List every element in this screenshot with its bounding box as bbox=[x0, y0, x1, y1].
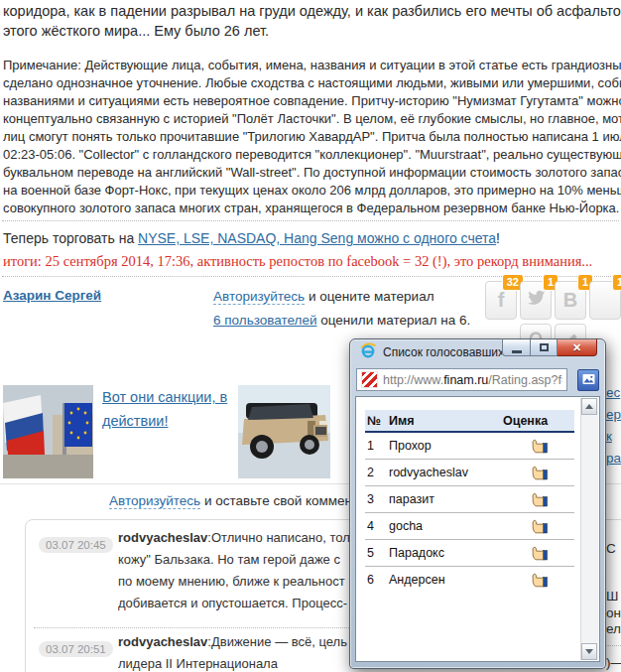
voter-name: rodvyacheslav bbox=[389, 466, 503, 479]
facebook-share-button[interactable]: f 32 bbox=[485, 281, 517, 320]
voter-name: Парадокс bbox=[389, 546, 503, 560]
finam-favicon-icon bbox=[361, 371, 378, 388]
note-line: лиц смогут понять только прочитавшие "Тр… bbox=[3, 128, 621, 146]
comment-timestamp: 03.07 20:45 bbox=[39, 537, 113, 553]
sidebar-link[interactable]: ра bbox=[606, 451, 621, 466]
comment-text: кожу" Бальзака. Но там герой даже с bbox=[118, 549, 350, 571]
scroll-up-button[interactable] bbox=[581, 398, 597, 415]
url-prefix: http://www. bbox=[383, 373, 443, 387]
trade-prefix: Теперь торговать на bbox=[3, 230, 138, 246]
sidebar-link-fragment: ер bbox=[606, 407, 621, 422]
comment-item: rodvyacheslav:Отлично написано, тол кожу… bbox=[118, 527, 350, 614]
popup-title: Список голосовавших... bbox=[383, 345, 502, 359]
thumb-up-icon bbox=[503, 546, 574, 561]
thumb-up-icon bbox=[503, 466, 574, 480]
url-path: /Rating.asp?f=list& bbox=[488, 373, 562, 387]
minimize-icon bbox=[512, 350, 522, 353]
note-line: концептуально связанную с историей "Полё… bbox=[3, 110, 621, 128]
scrollbar[interactable] bbox=[580, 398, 598, 660]
sanctions-teaser-image[interactable] bbox=[3, 385, 93, 478]
thumb-up-icon bbox=[503, 492, 574, 507]
note-line: на военной базе Форт-Нокс, при текущих ц… bbox=[3, 182, 621, 200]
sidebar-link[interactable]: к bbox=[606, 429, 612, 444]
article-paragraph: коридора, как в падении разрывал на груд… bbox=[3, 1, 621, 41]
sidebar-link-fragment: к bbox=[606, 429, 612, 444]
arrow-down-icon bbox=[585, 649, 593, 654]
close-icon: ✕ bbox=[572, 341, 581, 354]
login-rate-link[interactable]: Авторизуйтесь bbox=[213, 289, 305, 305]
row-num: 3 bbox=[365, 492, 389, 506]
thumb-up-icon bbox=[503, 573, 574, 588]
comment-text: добивается и опустошается. Процесс- bbox=[118, 593, 350, 614]
maximize-button[interactable] bbox=[530, 338, 558, 356]
scroll-down-button[interactable] bbox=[581, 643, 597, 660]
note-line: совокупного золотого запаса многих стран… bbox=[3, 200, 621, 217]
note-line: сделано однозначное уточнение. Любые схо… bbox=[3, 74, 621, 92]
popup-content: № Имя Оценка 1 Прохор 2 rodvyacheslav 3 … bbox=[355, 396, 600, 662]
login-comment-link[interactable]: Авторизуйтесь bbox=[109, 493, 200, 509]
article-text-line: этого жёсткого мира... Ему было 26 лет. bbox=[3, 21, 621, 41]
minimize-button[interactable] bbox=[502, 338, 530, 356]
header-name: Имя bbox=[389, 414, 495, 428]
voters-popup-window: Список голосовавших... ✕ http://www.fina… bbox=[349, 338, 606, 669]
comment-login-line: Авторизуйтесь и оставьте свой коммен bbox=[109, 493, 352, 508]
facebook-icon: f bbox=[498, 289, 505, 312]
article-text-line: коридора, как в падении разрывал на груд… bbox=[3, 1, 621, 21]
sidebar-text-fragment: ел bbox=[606, 621, 621, 636]
voter-name: Прохор bbox=[389, 439, 503, 453]
trade-account-link[interactable]: NYSE, LSE, NASDAQ, Hang Seng можно с одн… bbox=[138, 230, 496, 246]
sidebar-text-fragment: он bbox=[606, 605, 621, 620]
users-rated-link[interactable]: 6 пользователей bbox=[213, 313, 317, 328]
note-line: 02:23-05:06. "Collector" с голландского … bbox=[3, 146, 621, 164]
sidebar-text-fragment: С bbox=[606, 541, 616, 556]
sidebar-link-fragment: ec bbox=[606, 385, 620, 400]
table-row: 4 gocha bbox=[365, 513, 574, 540]
sanctions-teaser-link[interactable]: Вот они санкции, в действии! bbox=[102, 385, 236, 433]
rate-block: Авторизуйтесь и оцените материал 6 польз… bbox=[213, 285, 470, 333]
share-button[interactable]: 1 bbox=[589, 281, 621, 320]
popup-titlebar[interactable]: Список голосовавших... ✕ bbox=[350, 339, 605, 365]
dotted-separator bbox=[2, 276, 619, 277]
row-num: 2 bbox=[365, 466, 389, 479]
page-picture-button[interactable] bbox=[577, 369, 599, 391]
note-line: названиями и ситуациями есть невероятное… bbox=[3, 92, 621, 110]
sidebar-link[interactable]: ер bbox=[606, 407, 621, 422]
row-num: 6 bbox=[365, 573, 389, 587]
comment-login-text: и оставьте свой коммен bbox=[200, 493, 352, 508]
results-line: итоги: 25 сентября 2014, 17:36, активнос… bbox=[3, 253, 592, 270]
comment-item: rodvyacheslav:Движение — всё, цель лидер… bbox=[118, 631, 347, 672]
twitter-share-button[interactable]: 1 bbox=[520, 281, 552, 320]
article-note: Примечание: Действующие лица, события, и… bbox=[3, 57, 621, 217]
row-num: 4 bbox=[365, 519, 389, 533]
comment-author: rodvyacheslav bbox=[118, 530, 207, 545]
sidebar-text-fragment: )— bbox=[606, 655, 621, 670]
arrow-up-icon bbox=[585, 404, 593, 409]
voters-table: № Имя Оценка 1 Прохор 2 rodvyacheslav 3 … bbox=[365, 410, 574, 593]
vk-icon: B bbox=[563, 289, 577, 312]
close-button[interactable]: ✕ bbox=[558, 338, 597, 356]
url-domain: finam.ru bbox=[443, 373, 488, 387]
rate-line: Авторизуйтесь и оцените материал bbox=[213, 285, 470, 309]
row-num: 1 bbox=[365, 439, 389, 453]
users-rated-text: оценили материал на 6. bbox=[317, 313, 471, 328]
share-count-badge: 1 bbox=[612, 274, 621, 291]
sidebar-separator-fragment bbox=[605, 645, 621, 646]
row-num: 5 bbox=[365, 546, 389, 560]
thumb-up-icon bbox=[503, 519, 574, 534]
car-teaser-image[interactable] bbox=[238, 385, 330, 478]
comment-author: rodvyacheslav bbox=[118, 634, 207, 649]
address-bar[interactable]: http://www.finam.ru/Rating.asp?f=list& bbox=[356, 368, 567, 391]
voter-name: gocha bbox=[389, 519, 503, 533]
author-link[interactable]: Азарин Сергей bbox=[3, 288, 101, 303]
voter-name: паразит bbox=[389, 492, 503, 506]
url-text: http://www.finam.ru/Rating.asp?f=list& bbox=[383, 373, 562, 387]
sidebar-link[interactable]: ec bbox=[606, 385, 620, 400]
vk-share-button[interactable]: B 1 bbox=[555, 281, 586, 320]
sidebar-text-fragment: Ш bbox=[606, 589, 618, 604]
users-rated-line: 6 пользователей оценили материал на 6. bbox=[213, 309, 470, 333]
table-header-row: № Имя Оценка bbox=[365, 410, 574, 433]
header-rating: Оценка bbox=[495, 414, 574, 428]
table-row: 6 Андерсен bbox=[365, 567, 574, 593]
comment-text: лидера II Интернационала bbox=[118, 653, 347, 672]
twitter-bird-icon bbox=[526, 289, 547, 312]
